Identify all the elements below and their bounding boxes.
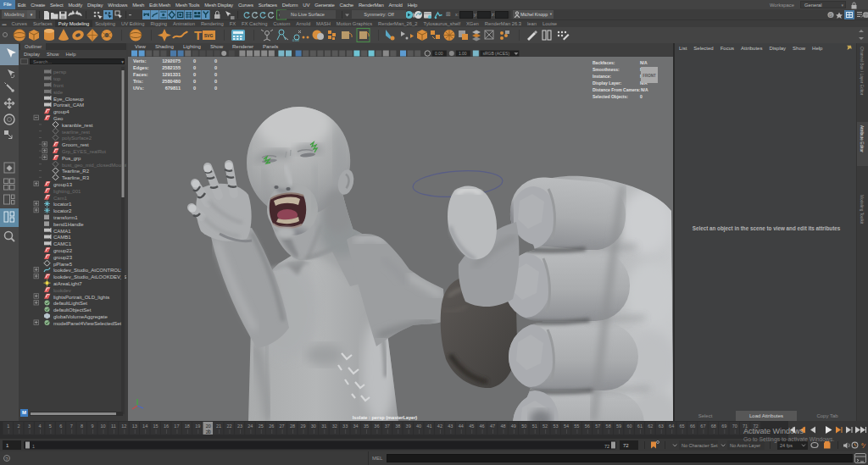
svg-text:67: 67 [700,423,705,429]
svg-text:63: 63 [659,423,664,429]
svg-text:66: 66 [690,423,695,429]
svg-text:°∕: °∕ [861,443,866,449]
svg-text:13: 13 [132,423,137,429]
svg-text:52: 52 [542,423,548,429]
svg-text:27: 27 [280,423,285,429]
svg-text:12: 12 [121,423,126,429]
svg-text:Instance:: Instance: [593,74,611,79]
svg-text:55: 55 [574,423,579,429]
svg-text:Distance From Camera:: Distance From Camera: [593,87,640,92]
svg-text:57: 57 [595,423,600,429]
svg-text:Smoothness:: Smoothness: [593,67,620,72]
svg-text:41: 41 [426,423,431,429]
svg-text:group4: group4 [53,109,70,114]
svg-text:group13: group13 [53,182,73,187]
svg-text:2: 2 [18,423,20,429]
svg-text:T: T [194,28,202,42]
svg-text:lighting_001: lighting_001 [53,189,81,194]
svg-text:1.00: 1.00 [459,51,467,56]
svg-text:G: G [829,13,832,18]
svg-text:2582155: 2582155 [162,65,181,70]
svg-text:21: 21 [216,423,221,429]
svg-text:37: 37 [385,423,390,429]
svg-text:sRGB (ACES): sRGB (ACES) [482,51,509,56]
svg-text:UVs:: UVs: [133,86,144,91]
svg-text:bend1Handle: bend1Handle [53,222,84,227]
svg-text:0: 0 [193,65,196,70]
svg-text:1: 1 [7,423,9,429]
svg-text:29: 29 [300,423,305,429]
svg-text:globalVolumeAggregate: globalVolumeAggregate [53,314,108,319]
svg-text:Isolate : persp (masterLayer): Isolate : persp (masterLayer) [353,415,418,420]
svg-text:tearline_rest: tearline_rest [62,130,90,135]
svg-text:Pos_grp: Pos_grp [62,156,81,161]
svg-text:0: 0 [214,58,217,64]
svg-text:42: 42 [437,423,442,429]
svg-text:top: top [53,76,61,81]
svg-text:Groom_rest: Groom_rest [62,142,89,147]
svg-text:side: side [53,90,64,95]
svg-text:36: 36 [374,423,379,429]
svg-text:Display Layer:: Display Layer: [593,80,622,86]
svg-text:2580480: 2580480 [162,79,181,84]
svg-text:23: 23 [237,423,242,429]
svg-text:Tearline_R3: Tearline_R3 [62,175,90,180]
svg-text:24 fps: 24 fps [780,443,793,448]
svg-text:N/A: N/A [640,60,648,65]
svg-text:Backfaces:: Backfaces: [593,60,615,65]
svg-text:0.03: 0.03 [292,38,300,42]
svg-text:14: 14 [142,423,147,429]
svg-text:1292075: 1292075 [162,58,181,64]
svg-text:Grp_EYES_realRot: Grp_EYES_realRot [62,149,106,154]
svg-text:72: 72 [623,443,629,448]
svg-text:10: 10 [100,423,105,429]
svg-text:3: 3 [28,423,31,429]
svg-text:35: 35 [364,423,369,429]
svg-text:679811: 679811 [165,86,181,91]
svg-text:0.00: 0.00 [435,51,443,56]
svg-text:bust_geo_mid_closedMouth00AGro: bust_geo_mid_closedMouth00AGroup2267 [62,163,126,168]
svg-text:33: 33 [342,423,348,429]
svg-text:22: 22 [226,423,231,429]
svg-text:68: 68 [711,423,716,429]
svg-text:50: 50 [521,423,526,429]
svg-text:44: 44 [459,423,464,429]
svg-text:CAMC1: CAMC1 [53,241,72,246]
svg-text:polySurface2: polySurface2 [62,136,92,141]
svg-text:60: 60 [626,423,632,429]
svg-text:15: 15 [153,423,159,429]
svg-text:group23: group23 [53,255,73,260]
svg-text:pPlane5: pPlane5 [53,262,73,267]
svg-text:persp: persp [53,69,67,75]
svg-text:11: 11 [111,423,116,429]
svg-text:0: 0 [193,79,196,84]
svg-text:26: 26 [269,423,274,429]
svg-text:No Anim Layer: No Anim Layer [730,443,760,448]
svg-text:53: 53 [553,423,558,429]
svg-text:43: 43 [448,423,453,429]
svg-text:front: front [53,83,64,88]
svg-text:69: 69 [721,423,726,429]
svg-text:lookdev: lookdev [53,288,71,293]
svg-text:61: 61 [637,423,643,429]
svg-text:modelPanel4ViewSelectedSet: modelPanel4ViewSelectedSet [53,321,122,326]
svg-text:Verts:: Verts: [133,58,147,64]
svg-text:9: 9 [92,423,94,429]
svg-text:48: 48 [500,423,505,429]
svg-text:0: 0 [640,94,643,99]
svg-text:No Character Set: No Character Set [682,443,718,448]
svg-text:Eye_Closeup: Eye_Closeup [53,97,84,102]
svg-text:locator1: locator1 [53,202,72,207]
svg-text:group22: group22 [53,248,73,253]
svg-text:0: 0 [193,58,196,64]
svg-text:CAMB1: CAMB1 [53,235,71,240]
svg-text:20: 20 [206,423,211,429]
svg-text:1: 1 [32,444,35,449]
svg-text:51: 51 [532,423,537,429]
svg-text:49: 49 [511,423,516,429]
svg-text:4: 4 [38,423,41,429]
svg-text:FRONT: FRONT [643,74,656,78]
svg-text:45: 45 [469,423,474,429]
svg-text:40: 40 [416,423,421,429]
svg-text:0: 0 [214,86,217,91]
